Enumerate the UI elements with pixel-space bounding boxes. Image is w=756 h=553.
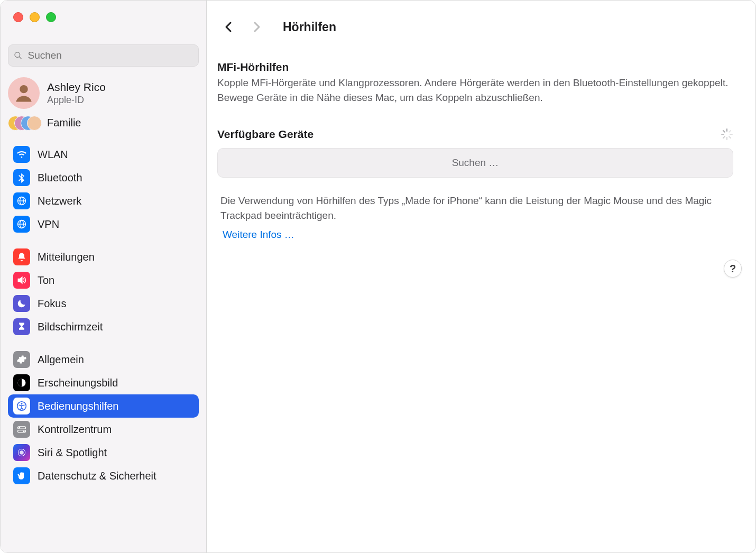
sidebar-item-label: Bluetooth <box>38 172 82 184</box>
minimize-window-button[interactable] <box>30 12 40 22</box>
help-button[interactable]: ? <box>724 260 742 278</box>
svg-point-11 <box>21 403 23 404</box>
sidebar-item-label: VPN <box>38 218 59 231</box>
moon-icon <box>13 295 30 312</box>
available-devices-list: Suchen … <box>217 148 733 178</box>
sidebar-item-wlan[interactable]: WLAN <box>8 143 199 166</box>
avatar <box>8 77 40 109</box>
sidebar-item-label: Siri & Spotlight <box>38 447 107 459</box>
sidebar-item-erscheinungsbild[interactable]: Erscheinungsbild <box>8 371 199 394</box>
bluetooth-icon <box>13 169 30 186</box>
sidebar-item-label: Datenschutz & Sicherheit <box>38 470 156 482</box>
sidebar-item-label: Kontrollzentrum <box>38 423 112 436</box>
family-avatars <box>8 113 40 132</box>
sidebar-item-label: Bildschirmzeit <box>38 321 103 333</box>
window-controls <box>1 1 206 22</box>
sidebar-item-fokus[interactable]: Fokus <box>8 292 199 315</box>
sidebar-item-label: Fokus <box>38 298 66 310</box>
svg-line-25 <box>729 131 731 132</box>
sidebar-item-label: Allgemein <box>38 354 84 366</box>
content-header: Hörhilfen <box>207 1 755 47</box>
performance-note: Die Verwendung von Hörhilfen des Typs „M… <box>217 193 733 223</box>
sidebar-item-ton[interactable]: Ton <box>8 269 199 292</box>
speaker-icon <box>13 272 30 289</box>
svg-line-23 <box>729 136 731 138</box>
sidebar-item-label: Bedienungshilfen <box>38 400 118 412</box>
bell-icon <box>13 248 30 265</box>
content-pane: Hörhilfen MFi-Hörhilfen Kopple MFi-Hörge… <box>207 1 755 552</box>
globe-icon <box>13 216 30 233</box>
forward-button[interactable] <box>250 21 263 33</box>
gear-icon <box>13 351 30 368</box>
sidebar: Ashley Rico Apple-ID Familie WLANBluetoo… <box>1 1 207 552</box>
svg-point-0 <box>15 52 20 58</box>
hand-icon <box>13 467 30 484</box>
profile-subtitle: Apple-ID <box>47 94 106 106</box>
family-row[interactable]: Familie <box>1 109 206 139</box>
back-button[interactable] <box>223 21 235 33</box>
sidebar-item-label: Ton <box>38 274 54 287</box>
svg-point-15 <box>23 430 25 432</box>
page-title: Hörhilfen <box>283 20 336 34</box>
more-info-link[interactable]: Weitere Infos … <box>223 229 294 241</box>
appearance-icon <box>13 374 30 391</box>
search-field[interactable] <box>8 44 199 67</box>
family-label: Familie <box>47 117 81 129</box>
available-devices-heading: Verfügbare Geräte <box>217 128 314 141</box>
accessibility-icon <box>13 398 30 414</box>
sidebar-item-kontrollzentrum[interactable]: Kontrollzentrum <box>8 418 199 441</box>
svg-point-13 <box>19 427 20 429</box>
svg-line-1 <box>20 57 22 59</box>
settings-window: Ashley Rico Apple-ID Familie WLANBluetoo… <box>0 0 756 553</box>
svg-point-17 <box>20 450 24 455</box>
sidebar-item-mitteilungen[interactable]: Mitteilungen <box>8 245 199 269</box>
hourglass-icon <box>13 318 30 335</box>
sidebar-item-label: WLAN <box>38 149 68 161</box>
sidebar-item-label: Netzwerk <box>38 195 81 207</box>
mfi-heading: MFi-Hörhilfen <box>217 61 733 73</box>
search-icon <box>14 51 22 60</box>
svg-line-24 <box>723 136 725 138</box>
sidebar-item-bedienungshilfen[interactable]: Bedienungshilfen <box>8 394 199 418</box>
searching-text: Suchen … <box>452 157 499 169</box>
apple-id-row[interactable]: Ashley Rico Apple-ID <box>1 70 206 109</box>
sidebar-item-bluetooth[interactable]: Bluetooth <box>8 166 199 189</box>
siri-icon <box>13 444 30 461</box>
sidebar-item-netzwerk[interactable]: Netzwerk <box>8 189 199 213</box>
switches-icon <box>13 421 30 438</box>
sidebar-item-siri[interactable]: Siri & Spotlight <box>8 441 199 464</box>
sidebar-item-allgemein[interactable]: Allgemein <box>8 348 199 371</box>
close-window-button[interactable] <box>13 12 23 22</box>
help-label: ? <box>730 263 736 275</box>
svg-point-2 <box>20 85 27 93</box>
sidebar-item-label: Erscheinungsbild <box>38 377 118 389</box>
sidebar-item-bildschirmzeit[interactable]: Bildschirmzeit <box>8 315 199 338</box>
svg-line-22 <box>723 131 725 132</box>
spinner-icon <box>721 128 733 141</box>
sidebar-item-datenschutz[interactable]: Datenschutz & Sicherheit <box>8 464 199 487</box>
sidebar-item-vpn[interactable]: VPN <box>8 213 199 236</box>
zoom-window-button[interactable] <box>46 12 56 22</box>
search-input[interactable] <box>26 49 193 62</box>
profile-name: Ashley Rico <box>47 80 106 94</box>
mfi-description: Kopple MFi-Hörgeräte und Klangprozessore… <box>217 76 733 105</box>
wifi-icon <box>13 146 30 163</box>
globe-icon <box>13 192 30 209</box>
sidebar-item-label: Mitteilungen <box>38 251 95 263</box>
sidebar-list: WLANBluetoothNetzwerkVPNMitteilungenTonF… <box>1 139 206 501</box>
